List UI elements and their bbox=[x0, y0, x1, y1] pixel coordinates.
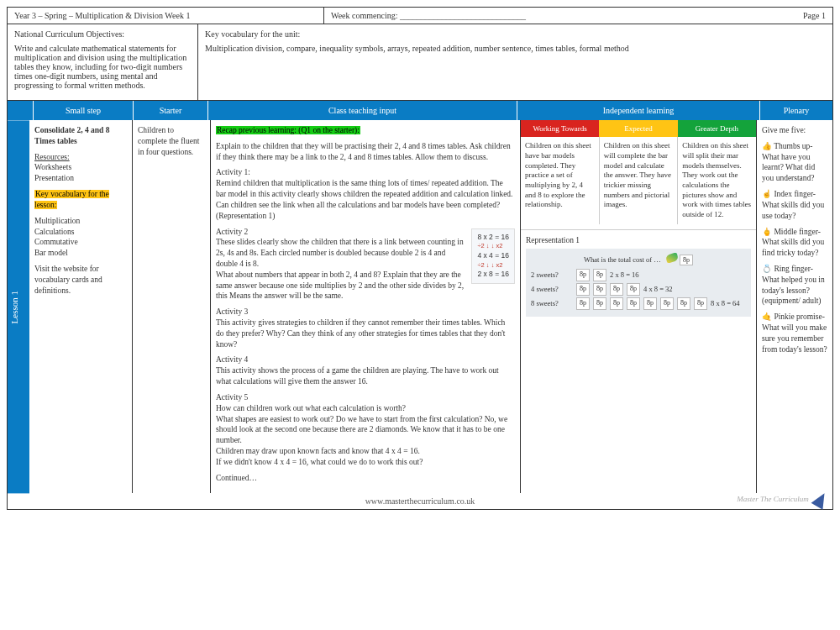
greater-depth-header: Greater Depth bbox=[678, 120, 756, 137]
sweet-icon bbox=[665, 253, 679, 264]
rep-question: What is the total cost of … bbox=[584, 255, 661, 264]
col-independent: Independent learning bbox=[517, 101, 760, 120]
activity-3-body: This activity gives strategies to childr… bbox=[216, 318, 506, 349]
plenary-middle: 🖕 Middle finger- What skills did you fin… bbox=[762, 227, 827, 259]
plenary-title: Give me five: bbox=[762, 125, 827, 136]
plenary-pinkie: 🤙 Pinkie promise- What will you make sur… bbox=[762, 312, 827, 354]
small-step-cell: Consolidate 2, 4 and 8 Times tables Reso… bbox=[29, 120, 133, 493]
activity-4-body: This activity shows the process of a gam… bbox=[216, 366, 499, 386]
lesson-tab: Lesson 1 bbox=[8, 120, 29, 493]
brand-watermark: Master The Curriculum bbox=[737, 492, 827, 507]
teach-intro: Explain to the children that they will b… bbox=[216, 141, 515, 163]
lesson-row: Lesson 1 Consolidate 2, 4 and 8 Times ta… bbox=[8, 120, 832, 493]
activity-1-title: Activity 1: bbox=[216, 168, 250, 176]
activity-2-body-2: What about numbers that appear in both 2… bbox=[216, 270, 464, 301]
activity-2-title: Activity 2 bbox=[216, 228, 248, 236]
page-header: Year 3 – Spring – Multiplication & Divis… bbox=[8, 8, 832, 24]
greater-depth-body: Children on this sheet will split their … bbox=[678, 137, 756, 224]
key-vocab-heading: Key vocabulary for the lesson: bbox=[34, 190, 109, 209]
plenary-cell: Give me five: 👍 Thumbs up- What have you… bbox=[757, 120, 832, 493]
plenary-ring: 💍 Ring finger- What helped you in today'… bbox=[762, 264, 827, 307]
rep-title: Representation 1 bbox=[526, 235, 751, 246]
activity-5-title: Activity 5 bbox=[216, 393, 248, 402]
resources-body: Worksheets Presentation bbox=[34, 163, 74, 182]
continued: Continued… bbox=[216, 473, 515, 484]
doc-title: Year 3 – Spring – Multiplication & Divis… bbox=[8, 8, 324, 24]
page-number: Page 1 bbox=[760, 8, 832, 24]
activity-5-body: How can children work out what each calc… bbox=[216, 404, 507, 466]
lesson-plan-page: Year 3 – Spring – Multiplication & Divis… bbox=[7, 7, 833, 510]
activity-4-title: Activity 4 bbox=[216, 355, 248, 364]
small-step-title: Consolidate 2, 4 and 8 Times tables bbox=[34, 126, 109, 145]
vocab-title: Key vocabulary for the unit: bbox=[205, 29, 826, 39]
plenary-thumbs: 👍 Thumbs up- What have you learnt? What … bbox=[762, 141, 827, 184]
week-commencing: Week commencing: _______________________… bbox=[324, 8, 760, 24]
nco-body: Write and calculate mathematical stateme… bbox=[14, 44, 191, 90]
meta-row: National Curriculum Objectives: Write an… bbox=[8, 24, 832, 101]
calc-inset: 8 x 2 = 16 ÷2 ↓ ↓ x2 4 x 4 = 16 ÷2 ↓ ↓ x… bbox=[471, 228, 515, 285]
col-small-step: Small step bbox=[34, 101, 134, 120]
footer-url: www.masterthecurriculum.co.uk bbox=[8, 493, 832, 509]
col-starter: Starter bbox=[134, 101, 208, 120]
recap-heading: Recap previous learning: (Q1 on the star… bbox=[216, 126, 360, 134]
nco-title: National Curriculum Objectives: bbox=[14, 29, 191, 39]
representation-1: Representation 1 What is the total cost … bbox=[521, 229, 756, 322]
working-towards-header: Working Towards bbox=[521, 120, 599, 137]
activity-3-title: Activity 3 bbox=[216, 307, 248, 316]
pencil-icon bbox=[811, 491, 831, 511]
expected-header: Expected bbox=[599, 120, 677, 137]
activity-1-body: Remind children that multiplication is t… bbox=[216, 179, 513, 219]
resources-label: Resources: bbox=[34, 153, 70, 161]
vocab-list: Multiplication Calculations Commutative … bbox=[34, 216, 127, 259]
teaching-cell: Recap previous learning: (Q1 on the star… bbox=[211, 120, 521, 493]
col-plenary: Plenary bbox=[760, 101, 832, 120]
starter-cell: Children to complete the fluent in four … bbox=[133, 120, 211, 493]
columns-header: Small step Starter Class teaching input … bbox=[8, 101, 832, 120]
plenary-index: ☝ Index finger- What skills did you use … bbox=[762, 189, 827, 221]
expected-body: Children on this sheet will complete the… bbox=[600, 137, 679, 224]
col-teaching: Class teaching input bbox=[208, 101, 517, 120]
vocab-body: Multiplication division, compare, inequa… bbox=[205, 44, 826, 53]
working-towards-body: Children on this sheet have bar models c… bbox=[521, 137, 600, 224]
independent-cell: Working Towards Expected Greater Depth C… bbox=[521, 120, 757, 493]
visit-note: Visit the website for vocabulary cards a… bbox=[34, 264, 127, 296]
activity-2-body-1: These slides clearly show the children t… bbox=[216, 238, 464, 268]
